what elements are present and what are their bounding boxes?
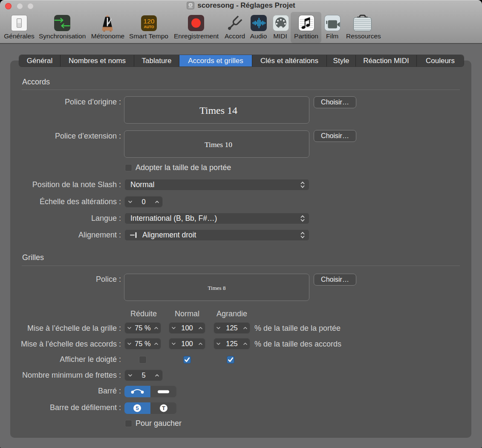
svg-text:AUTO: AUTO [144,25,154,29]
svg-text:120: 120 [144,17,155,25]
svg-text:5: 5 [136,405,139,411]
svg-text:T: T [162,405,165,411]
